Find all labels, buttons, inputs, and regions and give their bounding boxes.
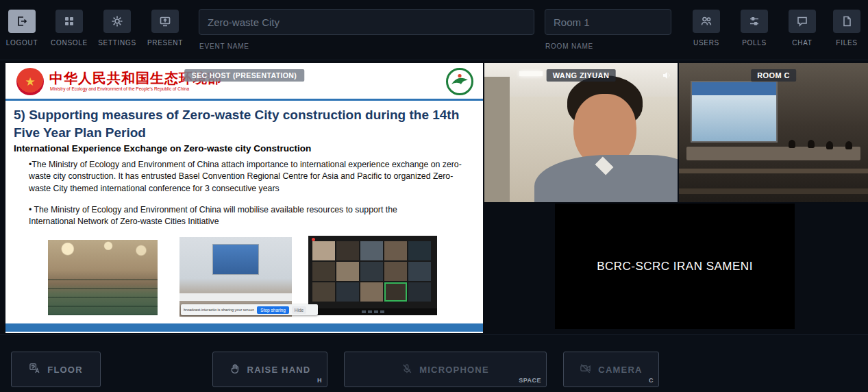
console-button[interactable]: CONSOLE bbox=[48, 10, 90, 47]
hide-share-bar-button[interactable]: Hide bbox=[292, 306, 306, 314]
polls-button[interactable]: POLLS bbox=[733, 10, 776, 47]
logout-label: LOGOUT bbox=[6, 39, 38, 47]
users-icon bbox=[693, 10, 720, 33]
active-speaker-name: BCRC-SCRC IRAN SAMENI bbox=[597, 260, 753, 273]
mee-logo bbox=[445, 67, 474, 96]
participant-name-badge: WANG ZIYUAN bbox=[547, 69, 616, 82]
photo-projection-screen bbox=[212, 244, 260, 274]
video-tile-room-c[interactable]: ROOM C bbox=[679, 63, 868, 202]
settings-button[interactable]: SETTINGS bbox=[96, 10, 138, 47]
slide-title: 5) Supporting measures of Zero-waste Cit… bbox=[14, 106, 478, 141]
slide-subtitle: International Experience Exchange on Zer… bbox=[14, 143, 311, 154]
presentation-slide: ★ 中华人民共和国生态环境部 Ministry of Ecology and E… bbox=[5, 63, 483, 333]
microphone-shortcut: SPACE bbox=[519, 377, 541, 384]
room-name-field[interactable]: Room 1 bbox=[545, 9, 671, 35]
users-label: USERS bbox=[693, 39, 719, 47]
room-name-value: Room 1 bbox=[554, 16, 590, 28]
language-icon bbox=[29, 363, 40, 376]
camera-label: CAMERA bbox=[598, 365, 642, 375]
ministry-name-english: Ministry of Ecology and Environment of t… bbox=[50, 86, 189, 91]
bottom-control-bar: FLOOR RAISE HAND H MICROPHONE SPACE CAME… bbox=[0, 334, 868, 392]
chat-button[interactable]: CHAT bbox=[781, 10, 823, 47]
files-button[interactable]: FILES bbox=[826, 10, 868, 47]
slide-bullet-1: •The Ministry of Ecology and Environment… bbox=[29, 159, 467, 195]
chat-icon bbox=[789, 10, 816, 33]
event-name-label: EVENT NAME bbox=[199, 42, 249, 50]
files-label: FILES bbox=[836, 39, 857, 47]
polls-icon bbox=[741, 10, 768, 33]
speaker-indicator-icon bbox=[662, 70, 671, 82]
present-button[interactable]: PRESENT bbox=[144, 10, 186, 47]
logout-button[interactable]: LOGOUT bbox=[1, 10, 43, 47]
slide-bullet-2: • The Ministry of Ecology and Environmen… bbox=[29, 204, 412, 228]
present-icon bbox=[151, 10, 179, 33]
video-call-screenshot bbox=[308, 236, 437, 315]
console-label: CONSOLE bbox=[51, 39, 88, 47]
slide-footer-bar bbox=[5, 323, 483, 332]
present-label: PRESENT bbox=[147, 39, 183, 47]
floor-language-button[interactable]: FLOOR bbox=[11, 352, 101, 387]
header-divider bbox=[5, 99, 483, 101]
room-name-label: ROOM NAME bbox=[545, 42, 593, 50]
conference-photo-1 bbox=[48, 240, 158, 315]
camera-button[interactable]: CAMERA C bbox=[563, 352, 659, 387]
active-speaker-tile[interactable]: BCRC-SCRC IRAN SAMENI bbox=[555, 204, 795, 329]
app-window: LOGOUT CONSOLE SETTINGS PRESENT Zero-was… bbox=[0, 0, 868, 392]
microphone-muted-icon bbox=[401, 363, 412, 376]
top-toolbar: LOGOUT CONSOLE SETTINGS PRESENT Zero-was… bbox=[0, 0, 868, 60]
chat-label: CHAT bbox=[792, 39, 812, 47]
event-name-value: Zero-waste City bbox=[208, 16, 280, 28]
event-name-field[interactable]: Zero-waste City bbox=[199, 9, 534, 35]
raise-hand-shortcut: H bbox=[317, 377, 322, 384]
video-tile-wang-ziyuan[interactable]: WANG ZIYUAN bbox=[484, 63, 678, 202]
polls-label: POLLS bbox=[742, 39, 767, 47]
logout-icon bbox=[8, 10, 36, 33]
share-bar-text: broadcast.interactio is sharing your scr… bbox=[184, 308, 254, 312]
participant-name-badge: ROOM C bbox=[751, 69, 796, 82]
camera-shortcut: C bbox=[649, 377, 654, 384]
screen-share-bar: broadcast.interactio is sharing your scr… bbox=[181, 304, 318, 315]
files-icon bbox=[833, 10, 860, 33]
console-icon bbox=[55, 10, 83, 33]
stop-sharing-button[interactable]: Stop sharing bbox=[257, 306, 289, 314]
raise-hand-icon bbox=[230, 363, 240, 376]
microphone-label: MICROPHONE bbox=[419, 365, 489, 375]
raise-hand-button[interactable]: RAISE HAND H bbox=[212, 352, 327, 387]
raise-hand-label: RAISE HAND bbox=[247, 365, 311, 375]
floor-label: FLOOR bbox=[47, 365, 83, 375]
china-national-emblem: ★ bbox=[16, 68, 44, 95]
settings-label: SETTINGS bbox=[98, 39, 136, 47]
users-button[interactable]: USERS bbox=[685, 10, 728, 47]
microphone-button[interactable]: MICROPHONE SPACE bbox=[344, 352, 547, 387]
settings-icon bbox=[103, 10, 131, 33]
presenter-badge: SEC HOST (PRESENTATION) bbox=[184, 69, 304, 82]
camera-muted-icon bbox=[580, 363, 591, 376]
